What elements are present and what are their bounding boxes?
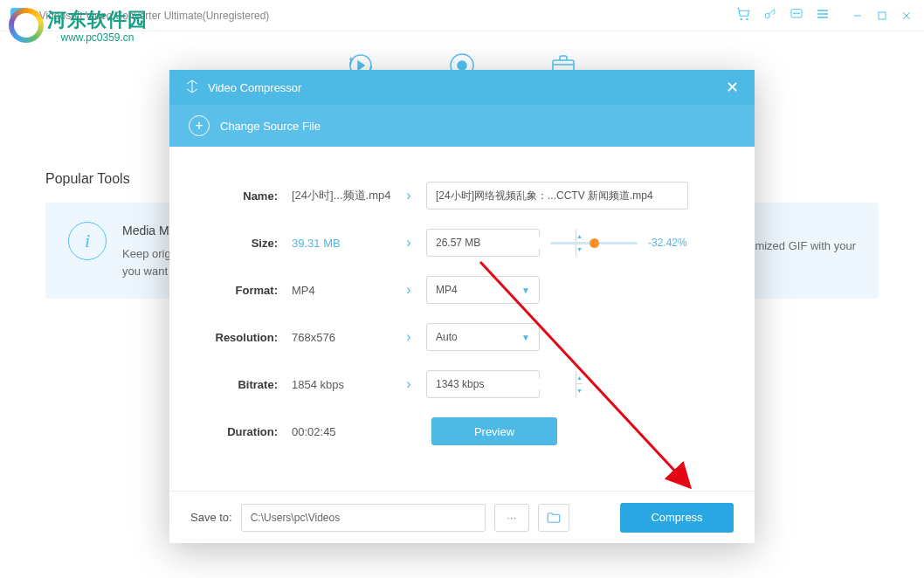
dialog-title: Video Compressor (208, 81, 301, 94)
dialog-overlay: Video Compressor ✕ + Change Source File … (0, 0, 924, 578)
bitrate-label: Bitrate: (199, 378, 278, 391)
compressor-icon (185, 79, 199, 96)
format-label: Format: (199, 284, 278, 297)
format-source: MP4 (278, 284, 391, 297)
name-source: [24小时]...频道.mp4 (278, 188, 391, 203)
change-source-bar[interactable]: + Change Source File (169, 105, 755, 147)
duration-value: 00:02:45 (278, 425, 391, 438)
size-output-spinner[interactable]: ▲▼ (426, 229, 540, 257)
chevron-right-icon: › (391, 282, 426, 298)
video-compressor-dialog: Video Compressor ✕ + Change Source File … (169, 70, 755, 543)
change-source-label: Change Source File (220, 120, 321, 133)
caret-down-icon: ▼ (521, 286, 530, 295)
size-label: Size: (199, 237, 278, 250)
dialog-close-icon[interactable]: ✕ (726, 78, 739, 97)
name-output-input[interactable]: [24小时]网络视频乱象：...CCTV 新闻频道.mp4 (426, 182, 688, 210)
chevron-right-icon: › (391, 188, 426, 203)
dialog-header: Video Compressor ✕ (169, 70, 755, 105)
dialog-footer: Save to: C:\Users\pc\Videos ··· Compress (169, 491, 755, 543)
resolution-output-select[interactable]: Auto▼ (426, 323, 540, 351)
plus-circle-icon: + (189, 115, 210, 136)
bitrate-source: 1854 kbps (278, 378, 391, 391)
bitrate-output-input[interactable] (427, 378, 576, 390)
spinner-up-icon[interactable]: ▲ (576, 371, 583, 384)
slider-thumb-icon[interactable] (590, 238, 599, 248)
dialog-body: Name: [24小时]...频道.mp4 › [24小时]网络视频乱象：...… (169, 147, 755, 491)
duration-label: Duration: (199, 425, 278, 438)
open-folder-button[interactable] (538, 504, 569, 532)
bitrate-output-spinner[interactable]: ▲▼ (426, 370, 540, 398)
size-slider[interactable] (550, 242, 638, 244)
resolution-label: Resolution: (199, 331, 278, 344)
browse-button[interactable]: ··· (494, 504, 529, 532)
name-label: Name: (199, 189, 278, 203)
size-source: 39.31 MB (278, 237, 391, 250)
chevron-right-icon: › (391, 235, 426, 251)
spinner-down-icon[interactable]: ▼ (576, 384, 583, 397)
size-percent: -32.42% (648, 237, 687, 249)
save-path-field[interactable]: C:\Users\pc\Videos (241, 504, 486, 532)
caret-down-icon: ▼ (521, 333, 530, 342)
compress-button[interactable]: Compress (620, 503, 734, 533)
chevron-right-icon: › (391, 329, 426, 345)
preview-button[interactable]: Preview (431, 417, 557, 445)
format-output-select[interactable]: MP4▼ (426, 276, 540, 304)
save-to-label: Save to: (190, 511, 232, 524)
chevron-right-icon: › (391, 376, 426, 392)
resolution-source: 768x576 (278, 331, 391, 344)
